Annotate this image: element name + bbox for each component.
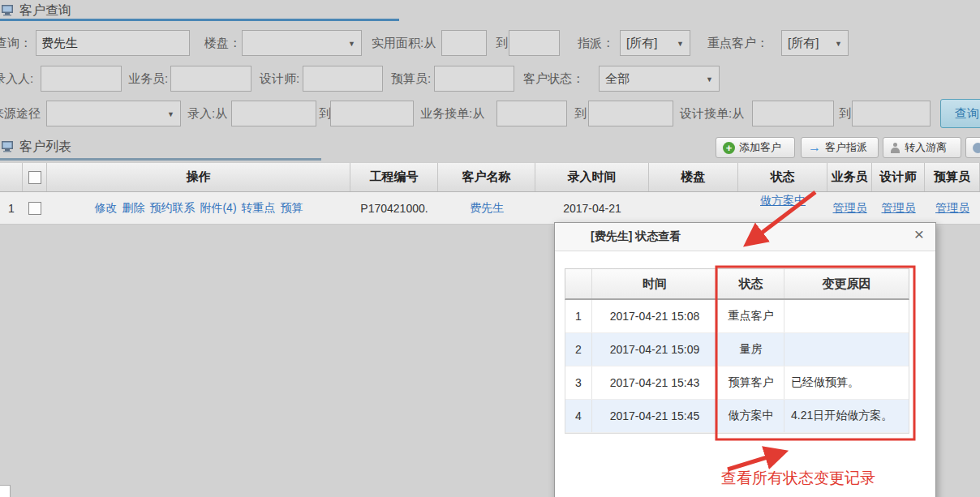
entry-date-from-input[interactable] bbox=[231, 101, 316, 126]
area-from-input[interactable] bbox=[441, 30, 487, 56]
status-table-header: 时间 状态 变更原因 bbox=[565, 268, 909, 300]
area-to-label: 到 bbox=[496, 30, 508, 56]
salesman-label: 业务员: bbox=[128, 66, 168, 92]
estimator-input[interactable] bbox=[434, 66, 514, 92]
chevron-down-icon: ▼ bbox=[706, 66, 713, 92]
status-row-reason bbox=[784, 300, 909, 332]
key-customer-select-value: [所有] bbox=[788, 36, 819, 49]
query-label: 查询： bbox=[0, 30, 32, 56]
search-button[interactable]: 查询 bbox=[940, 99, 980, 128]
designer-input[interactable] bbox=[303, 66, 383, 92]
appointment-link[interactable]: 预约联系 bbox=[149, 201, 195, 216]
filter-row-3: 来源途径 ▼ 录入:从 到 业务接单:从 到 设计接单:从 到 bbox=[0, 101, 980, 126]
assign-customer-button[interactable]: → 客户指派 bbox=[801, 137, 879, 158]
status-row-reason bbox=[784, 333, 909, 366]
row-building bbox=[649, 192, 738, 224]
key-customer-select[interactable]: [所有] ▼ bbox=[781, 30, 849, 56]
status-row-no: 4 bbox=[565, 400, 592, 432]
entry-user-label: 录入人: bbox=[0, 66, 33, 92]
chevron-down-icon: ▼ bbox=[348, 31, 355, 57]
status-row-time: 2017-04-21 15:45 bbox=[592, 400, 718, 432]
status-row-time: 2017-04-21 15:43 bbox=[592, 366, 718, 399]
header-sales: 业务员 bbox=[827, 163, 872, 191]
customer-name-link[interactable]: 费先生 bbox=[470, 201, 504, 216]
area-label: 实用面积:从 bbox=[372, 30, 436, 56]
sales-order-to-input[interactable] bbox=[588, 101, 673, 126]
filter-row-1: 查询： 楼盘： ▼ 实用面积:从 到 指派： [所有] ▼ 重点客户： [所有]… bbox=[0, 30, 980, 56]
status-row-status: 量房 bbox=[718, 333, 784, 366]
modal-header: [费先生] 状态查看 × bbox=[555, 223, 935, 251]
area-to-input[interactable] bbox=[509, 30, 560, 56]
designer-link[interactable]: 管理员 bbox=[882, 201, 916, 216]
to-free-pool-label: 转入游离 bbox=[905, 140, 947, 155]
entry-user-input[interactable] bbox=[41, 66, 122, 92]
header-name: 客户名称 bbox=[438, 163, 535, 191]
status-row: 2 2017-04-21 15:09 量房 bbox=[565, 333, 909, 366]
assign-select-value: [所有] bbox=[626, 36, 657, 49]
design-order-from-input[interactable] bbox=[752, 101, 834, 126]
header-entry: 录入时间 bbox=[535, 163, 649, 191]
to-key-link[interactable]: 转重点 bbox=[242, 201, 276, 216]
header-designer: 设计师 bbox=[872, 163, 925, 191]
edit-link[interactable]: 修改 bbox=[94, 201, 117, 216]
chevron-down-icon: ▼ bbox=[835, 31, 842, 57]
assign-label: 指派： bbox=[578, 30, 614, 56]
status-row-status: 做方案中 bbox=[718, 400, 784, 432]
add-customer-button[interactable]: + 添加客户 bbox=[716, 137, 795, 158]
status-row-no: 3 bbox=[565, 366, 592, 399]
assign-select[interactable]: [所有] ▼ bbox=[620, 30, 690, 56]
close-icon[interactable]: × bbox=[914, 225, 924, 244]
building-select[interactable]: ▼ bbox=[242, 30, 362, 56]
entry-date-to-input[interactable] bbox=[330, 101, 414, 126]
sales-order-to-label: 到 bbox=[574, 101, 587, 126]
salesman-link[interactable]: 管理员 bbox=[833, 201, 867, 216]
delete-link[interactable]: 删除 bbox=[122, 201, 144, 216]
row-index: 1 bbox=[0, 192, 23, 224]
toolbar-more-button[interactable] bbox=[965, 137, 980, 158]
designer-label: 设计师: bbox=[260, 66, 299, 92]
key-customer-label: 重点客户： bbox=[707, 30, 768, 56]
status-row-reason: 已经做预算。 bbox=[784, 366, 909, 399]
to-free-pool-button[interactable]: 转入游离 bbox=[883, 137, 961, 158]
row-checkbox[interactable] bbox=[28, 202, 41, 215]
query-input[interactable] bbox=[36, 30, 190, 56]
status-row-reason: 4.21日开始做方案。 bbox=[784, 400, 909, 432]
status-row-status: 重点客户 bbox=[718, 300, 784, 332]
mheader-index bbox=[565, 269, 592, 298]
sales-order-from-input[interactable] bbox=[496, 101, 567, 126]
assign-customer-label: 客户指派 bbox=[825, 140, 867, 155]
salesman-input[interactable] bbox=[170, 66, 251, 92]
building-label: 楼盘： bbox=[204, 30, 241, 56]
table-row: 1 修改 删除 预约联系 附件(4) 转重点 预算 P170421000. 费先… bbox=[0, 192, 980, 225]
design-order-to-label: 到 bbox=[839, 101, 851, 126]
header-status: 状态 bbox=[738, 163, 827, 191]
status-table-body: 1 2017-04-21 15:08 重点客户 2 2017-04-21 15:… bbox=[565, 300, 909, 434]
row-sales: 管理员 bbox=[827, 192, 872, 224]
design-order-to-input[interactable] bbox=[852, 101, 931, 126]
estimator-label: 预算员: bbox=[391, 66, 431, 92]
attachment-link[interactable]: 附件(4) bbox=[200, 201, 236, 216]
mheader-time: 时间 bbox=[592, 269, 718, 298]
app-screen: 客户查询 查询： 楼盘： ▼ 实用面积:从 到 指派： [所有] ▼ 重点客户：… bbox=[0, 0, 980, 497]
status-row-no: 2 bbox=[565, 333, 592, 366]
customer-status-select[interactable]: 全部 ▼ bbox=[599, 66, 720, 92]
status-link[interactable]: 做方案中 bbox=[760, 194, 806, 208]
row-status-cell: 做方案中 bbox=[738, 192, 827, 224]
header-estimator: 预算员 bbox=[925, 163, 980, 191]
monitor-icon bbox=[2, 140, 15, 153]
select-all-checkbox[interactable] bbox=[28, 171, 41, 184]
source-select[interactable]: ▼ bbox=[46, 101, 181, 126]
customer-status-label: 客户状态： bbox=[523, 66, 584, 92]
status-view-modal: [费先生] 状态查看 × 时间 状态 变更原因 1 2017-04-21 15:… bbox=[554, 222, 936, 497]
status-row-time: 2017-04-21 15:09 bbox=[592, 333, 718, 366]
add-customer-label: 添加客户 bbox=[739, 140, 781, 155]
status-row-time: 2017-04-21 15:08 bbox=[592, 300, 718, 332]
modal-title: [费先生] 状态查看 bbox=[591, 229, 681, 244]
list-title: 客户列表 bbox=[19, 139, 71, 156]
page-title: 客户查询 bbox=[19, 2, 71, 19]
person-icon bbox=[890, 143, 900, 153]
budget-link[interactable]: 预算 bbox=[281, 201, 303, 216]
arrow-right-icon: → bbox=[808, 141, 821, 154]
estimator-link[interactable]: 管理员 bbox=[935, 201, 969, 216]
annotation-note: 查看所有状态变更记录 bbox=[721, 468, 875, 489]
